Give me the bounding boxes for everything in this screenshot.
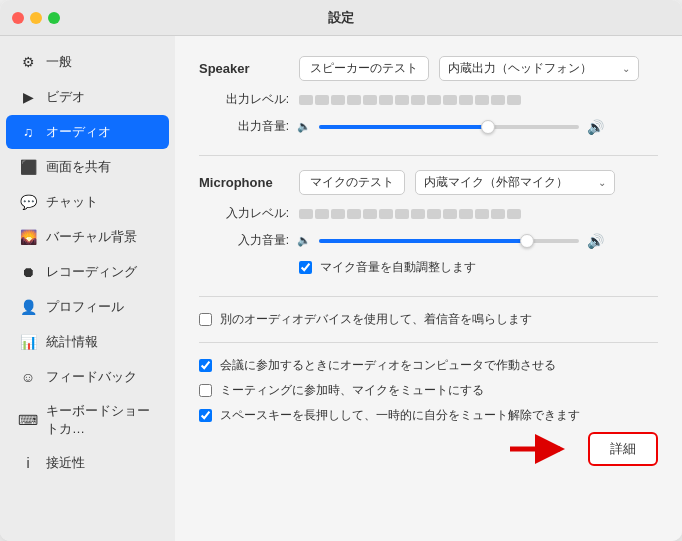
- mute-on-join-checkbox[interactable]: [199, 384, 212, 397]
- level-bar-10: [443, 95, 457, 105]
- detail-button[interactable]: 詳細: [588, 432, 658, 466]
- sidebar-item-audio[interactable]: ♫オーディオ: [6, 115, 169, 149]
- space-unmute-row: スペースキーを長押しして、一時的に自分をミュート解除できます: [199, 407, 658, 424]
- sidebar-item-stats[interactable]: 📊統計情報: [6, 325, 169, 359]
- sidebar-icon-profile: 👤: [18, 297, 38, 317]
- output-volume-fill: [319, 125, 488, 129]
- speaker-section: Speaker スピーカーのテスト 内蔵出力（ヘッドフォン） ⌄ 出力レベル:: [199, 56, 658, 135]
- mute-on-join-label: ミーティングに参加時、マイクをミュートにする: [220, 382, 484, 399]
- sidebar-icon-stats: 📊: [18, 332, 38, 352]
- input-level-label: 入力レベル:: [199, 205, 289, 222]
- auto-adjust-label: マイク音量を自動調整します: [320, 259, 476, 276]
- sidebar: ⚙一般▶ビデオ♫オーディオ⬛画面を共有💬チャット🌄バーチャル背景⏺レコーディング…: [0, 36, 175, 541]
- level-bar-7: [395, 95, 409, 105]
- sidebar-icon-chat: 💬: [18, 192, 38, 212]
- in-level-bar-1: [299, 209, 313, 219]
- microphone-row: Microphone マイクのテスト 内蔵マイク（外部マイク） ⌄: [199, 170, 658, 195]
- minimize-button[interactable]: [30, 12, 42, 24]
- sidebar-item-virtual-bg[interactable]: 🌄バーチャル背景: [6, 220, 169, 254]
- sidebar-item-keyboard[interactable]: ⌨キーボードショートカ…: [6, 395, 169, 445]
- ring-device-label: 別のオーディオデバイスを使用して、着信音を鳴らします: [220, 311, 532, 328]
- level-bar-4: [347, 95, 361, 105]
- chevron-down-icon: ⌄: [622, 63, 630, 74]
- sidebar-icon-screen-share: ⬛: [18, 157, 38, 177]
- level-bar-12: [475, 95, 489, 105]
- level-bar-8: [411, 95, 425, 105]
- main-content: Speaker スピーカーのテスト 内蔵出力（ヘッドフォン） ⌄ 出力レベル:: [175, 36, 682, 541]
- level-bar-1: [299, 95, 313, 105]
- sidebar-label-chat: チャット: [46, 193, 98, 211]
- in-level-bar-9: [427, 209, 441, 219]
- in-level-bar-14: [507, 209, 521, 219]
- space-unmute-checkbox[interactable]: [199, 409, 212, 422]
- volume-min-icon: 🔈: [297, 120, 311, 133]
- input-volume-slider[interactable]: [319, 239, 579, 243]
- sidebar-label-screen-share: 画面を共有: [46, 158, 111, 176]
- in-level-bar-8: [411, 209, 425, 219]
- speaker-test-button[interactable]: スピーカーのテスト: [299, 56, 429, 81]
- window-title: 設定: [328, 9, 354, 27]
- sidebar-item-general[interactable]: ⚙一般: [6, 45, 169, 79]
- sidebar-item-accessibility[interactable]: i接近性: [6, 446, 169, 480]
- microphone-dropdown[interactable]: 内蔵マイク（外部マイク） ⌄: [415, 170, 615, 195]
- sidebar-icon-accessibility: i: [18, 453, 38, 473]
- settings-window: 設定 ⚙一般▶ビデオ♫オーディオ⬛画面を共有💬チャット🌄バーチャル背景⏺レコーデ…: [0, 0, 682, 541]
- in-level-bar-6: [379, 209, 393, 219]
- level-bar-3: [331, 95, 345, 105]
- microphone-test-button[interactable]: マイクのテスト: [299, 170, 405, 195]
- sidebar-item-screen-share[interactable]: ⬛画面を共有: [6, 150, 169, 184]
- in-level-bar-3: [331, 209, 345, 219]
- mute-on-join-row: ミーティングに参加時、マイクをミュートにする: [199, 382, 658, 399]
- join-audio-row: 会議に参加するときにオーディオをコンピュータで作動させる: [199, 357, 658, 374]
- output-level-label: 出力レベル:: [199, 91, 289, 108]
- space-unmute-label: スペースキーを長押しして、一時的に自分をミュート解除できます: [220, 407, 580, 424]
- output-volume-thumb[interactable]: [481, 120, 495, 134]
- divider-1: [199, 155, 658, 156]
- sidebar-item-chat[interactable]: 💬チャット: [6, 185, 169, 219]
- sidebar-item-recording[interactable]: ⏺レコーディング: [6, 255, 169, 289]
- auto-adjust-checkbox[interactable]: [299, 261, 312, 274]
- input-volume-row: 入力音量: 🔈 🔊: [199, 232, 658, 249]
- input-volume-fill: [319, 239, 527, 243]
- sidebar-label-accessibility: 接近性: [46, 454, 85, 472]
- in-level-bar-10: [443, 209, 457, 219]
- sidebar-item-feedback[interactable]: ☺フィードバック: [6, 360, 169, 394]
- output-volume-label: 出力音量:: [199, 118, 289, 135]
- level-bar-14: [507, 95, 521, 105]
- ring-device-row: 別のオーディオデバイスを使用して、着信音を鳴らします: [199, 311, 658, 328]
- auto-adjust-row: マイク音量を自動調整します: [299, 259, 658, 276]
- input-volume-thumb[interactable]: [520, 234, 534, 248]
- in-level-bar-13: [491, 209, 505, 219]
- output-level-row: 出力レベル:: [199, 91, 658, 108]
- join-audio-label: 会議に参加するときにオーディオをコンピュータで作動させる: [220, 357, 556, 374]
- input-volume-label: 入力音量:: [199, 232, 289, 249]
- mic-volume-max-icon: 🔊: [587, 233, 604, 249]
- divider-2: [199, 296, 658, 297]
- microphone-dropdown-value: 内蔵マイク（外部マイク）: [424, 174, 568, 191]
- in-level-bar-2: [315, 209, 329, 219]
- level-bar-9: [427, 95, 441, 105]
- microphone-label: Microphone: [199, 175, 289, 190]
- output-volume-row: 出力音量: 🔈 🔊: [199, 118, 658, 135]
- sidebar-label-video: ビデオ: [46, 88, 85, 106]
- sidebar-icon-audio: ♫: [18, 122, 38, 142]
- input-level-bars: [299, 209, 521, 219]
- sidebar-icon-feedback: ☺: [18, 367, 38, 387]
- level-bar-11: [459, 95, 473, 105]
- in-level-bar-4: [347, 209, 361, 219]
- level-bar-2: [315, 95, 329, 105]
- sidebar-label-virtual-bg: バーチャル背景: [46, 228, 137, 246]
- divider-3: [199, 342, 658, 343]
- sidebar-item-video[interactable]: ▶ビデオ: [6, 80, 169, 114]
- in-level-bar-12: [475, 209, 489, 219]
- input-level-row: 入力レベル:: [199, 205, 658, 222]
- close-button[interactable]: [12, 12, 24, 24]
- speaker-dropdown[interactable]: 内蔵出力（ヘッドフォン） ⌄: [439, 56, 639, 81]
- sidebar-item-profile[interactable]: 👤プロフィール: [6, 290, 169, 324]
- level-bar-5: [363, 95, 377, 105]
- join-audio-checkbox[interactable]: [199, 359, 212, 372]
- arrow-right-icon: [508, 434, 568, 464]
- ring-device-checkbox[interactable]: [199, 313, 212, 326]
- maximize-button[interactable]: [48, 12, 60, 24]
- output-volume-slider[interactable]: [319, 125, 579, 129]
